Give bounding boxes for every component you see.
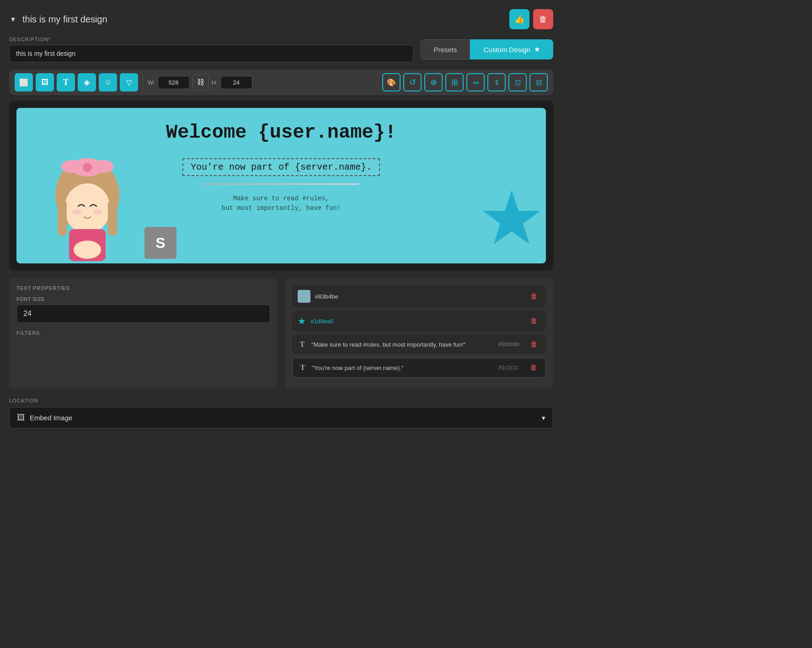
svg-point-7 <box>93 209 102 215</box>
toolbar-separator-1 <box>143 75 143 89</box>
collapse-button[interactable]: ▾ <box>9 12 17 26</box>
svg-rect-9 <box>58 199 67 236</box>
font-size-input[interactable] <box>16 305 270 323</box>
flip-h-button[interactable]: ⇔ <box>466 73 485 91</box>
tab-section: Presets Custom Design ★ <box>421 39 553 59</box>
select-tool-button[interactable]: ⬜ <box>15 73 33 91</box>
image-tool-button[interactable]: 🖼 <box>36 73 54 91</box>
align-tl-icon: ⊕ <box>430 77 437 87</box>
shape-icon: ◈ <box>84 77 90 87</box>
rotate-button[interactable]: ↺ <box>403 73 422 91</box>
layer-text: "You're now part of {server.name}." <box>312 364 494 371</box>
select-icon: ⬜ <box>19 78 28 87</box>
embed-icon: 🖼 <box>17 413 25 423</box>
layer-text: #1d8ea5 <box>310 318 523 325</box>
font-size-label: FONT SIZE <box>16 296 270 302</box>
text-layer-icon: T <box>298 364 307 372</box>
description-section: DESCRIPTION* <box>9 37 413 62</box>
svg-point-4 <box>83 163 92 172</box>
layer-color-code: #1c1c1c <box>498 364 519 371</box>
rotate-icon: ↺ <box>409 77 416 87</box>
description-input[interactable] <box>9 45 413 62</box>
svg-point-3 <box>93 160 113 173</box>
canvas-avatar <box>44 158 131 263</box>
filters-label: FILTERS <box>16 330 270 336</box>
design-title: this is my first design <box>22 14 107 25</box>
location-section: LOCATION 🖼 Embed Image ▾ <box>9 398 553 428</box>
layer-delete-button[interactable]: 🗑 <box>528 316 540 326</box>
color-picker-button[interactable]: 🎨 <box>382 73 401 91</box>
shape-tool-button[interactable]: ◈ <box>78 73 96 91</box>
text-properties-label: TEXT PROPERTIES <box>16 285 270 291</box>
align-center-icon: ⊞ <box>451 77 458 87</box>
text-icon: T <box>63 78 69 87</box>
layer-item[interactable]: T "You're now part of {server.name}." #1… <box>292 358 546 378</box>
flip-h-icon: ⇔ <box>473 78 479 87</box>
flip-v-button[interactable]: ⇕ <box>487 73 506 91</box>
layer-delete-button[interactable]: 🗑 <box>528 291 540 301</box>
filter-icon: ▽ <box>126 78 132 87</box>
header-left: ▾ this is my first design <box>9 12 107 26</box>
thumbs-up-icon: 👍 <box>514 14 524 24</box>
emoji-tool-button[interactable]: ☺ <box>99 73 117 91</box>
canvas-star <box>482 186 541 259</box>
layer-text: #83b4be <box>315 293 523 300</box>
chevron-down-icon: ▾ <box>542 414 545 422</box>
location-value: Embed Image <box>30 414 72 422</box>
header-actions: 👍 🗑 <box>509 9 553 29</box>
layer-delete-button[interactable]: 🗑 <box>528 339 540 349</box>
svg-point-6 <box>72 209 81 215</box>
height-group: H: <box>212 76 252 89</box>
description-label: DESCRIPTION* <box>9 37 413 42</box>
header-row: ▾ this is my first design 👍 🗑 <box>9 9 553 29</box>
trash-icon: 🗑 <box>539 15 547 24</box>
image-icon: 🖼 <box>41 78 48 86</box>
location-label: LOCATION <box>9 398 553 403</box>
resize-icon: ⊡ <box>515 78 521 87</box>
star-icon: ★ <box>534 45 540 54</box>
svg-point-11 <box>74 241 101 259</box>
text-properties-panel: TEXT PROPERTIES FONT SIZE FILTERS <box>9 278 278 389</box>
svg-rect-10 <box>108 199 117 236</box>
tab-custom-design[interactable]: Custom Design ★ <box>470 39 553 59</box>
layer-item[interactable]: #83b4be 🗑 <box>292 285 546 307</box>
desc-row: DESCRIPTION* Presets Custom Design ★ <box>9 37 553 62</box>
location-dropdown[interactable]: 🖼 Embed Image ▾ <box>9 407 553 428</box>
link-icon: ⛓ <box>197 78 204 86</box>
toolbar: ⬜ 🖼 T ◈ ☺ ▽ W: ⛓ H: 🎨 ↺ ⊕ ⊞ ⇔ ⇕ <box>9 70 553 95</box>
canvas-avatar-circle: S <box>144 227 176 259</box>
delete-button[interactable]: 🗑 <box>533 9 553 29</box>
layer-item[interactable]: ★ #1d8ea5 🗑 <box>292 311 546 331</box>
star-layer-icon: ★ <box>298 316 306 327</box>
svg-point-5 <box>64 183 110 234</box>
canvas-welcome-text: Welcome {user.name}! <box>16 122 546 144</box>
svg-point-2 <box>61 160 81 173</box>
svg-marker-12 <box>483 190 540 244</box>
align-center-button[interactable]: ⊞ <box>445 73 464 91</box>
custom-design-label: Custom Design <box>483 46 530 54</box>
canvas-subtitle-text[interactable]: You're now part of {server.name}. <box>182 158 380 176</box>
w-label: W: <box>148 79 155 86</box>
layer-color-code: #6b6b6b <box>498 341 519 348</box>
height-input[interactable] <box>220 76 252 89</box>
layers-panel: #83b4be 🗑 ★ #1d8ea5 🗑 T "Make sure to re… <box>285 278 553 389</box>
resize-button[interactable]: ⊡ <box>508 73 527 91</box>
location-dropdown-left: 🖼 Embed Image <box>17 413 72 423</box>
duplicate-icon: ⊟ <box>536 78 542 87</box>
filter-tool-button[interactable]: ▽ <box>120 73 138 91</box>
color-palette-icon: 🎨 <box>387 78 396 87</box>
text-tool-button[interactable]: T <box>57 73 75 91</box>
canvas-divider <box>203 183 359 185</box>
tab-presets[interactable]: Presets <box>421 39 470 59</box>
link-dimensions-button[interactable]: ⛓ <box>192 74 209 91</box>
canvas-wrapper: Welcome {user.name}! You're now part of … <box>9 101 553 271</box>
layer-color-box <box>298 290 310 303</box>
save-button[interactable]: 👍 <box>509 9 529 29</box>
layer-delete-button[interactable]: 🗑 <box>527 363 540 373</box>
canvas-area[interactable]: Welcome {user.name}! You're now part of … <box>16 108 546 263</box>
duplicate-button[interactable]: ⊟ <box>529 73 548 91</box>
width-group: W: <box>148 76 190 89</box>
align-tl-button[interactable]: ⊕ <box>424 73 443 91</box>
width-input[interactable] <box>158 76 190 89</box>
layer-item[interactable]: T "Make sure to read #rules, but most im… <box>292 335 546 354</box>
